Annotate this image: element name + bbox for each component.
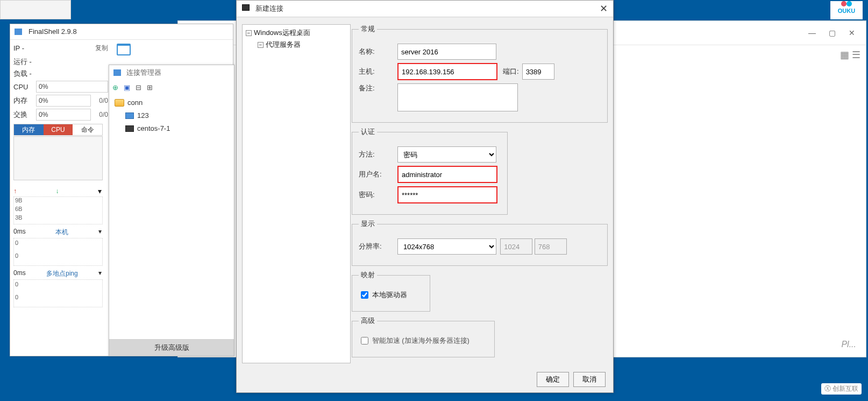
load-label: 负载 - bbox=[13, 69, 36, 79]
legend-display: 显示 bbox=[359, 219, 377, 229]
host-input[interactable] bbox=[397, 63, 497, 80]
smartboost-label: 智能加速 (加速海外服务器连接) bbox=[372, 336, 469, 346]
group-auth: 认证 方法: 密码 用户名: 密码: bbox=[352, 127, 508, 215]
collapse-icon[interactable]: ⊟ bbox=[136, 83, 141, 92]
localdrive-checkbox[interactable] bbox=[361, 291, 368, 299]
photolab-label: Pl... bbox=[841, 340, 856, 349]
close-button[interactable]: ✕ bbox=[849, 29, 855, 37]
smartboost-checkbox[interactable] bbox=[361, 337, 368, 344]
run-label: 运行 - bbox=[13, 57, 36, 67]
terminal-icon bbox=[125, 125, 134, 132]
cpu-label: CPU bbox=[13, 83, 36, 91]
collapse-icon[interactable]: − bbox=[246, 30, 252, 36]
res-width-input bbox=[500, 238, 532, 255]
res-height-input bbox=[535, 238, 567, 255]
mem-ratio: 0/0 bbox=[93, 97, 108, 104]
group-display: 显示 分辨率: 1024x768 bbox=[352, 219, 608, 266]
tree-folder[interactable]: conn bbox=[112, 96, 231, 109]
down-arrow-icon: ↓ bbox=[56, 187, 59, 195]
method-select[interactable]: 密码 bbox=[397, 146, 496, 163]
port-label: 端口: bbox=[503, 67, 519, 76]
expand-icon[interactable]: ⊞ bbox=[147, 83, 153, 92]
graph-ping2: 0 0 bbox=[13, 279, 103, 307]
dropdown-icon[interactable]: ▾ bbox=[98, 269, 102, 278]
ouku-logo: OUKU bbox=[830, 1, 863, 19]
swap-ratio: 0/0 bbox=[93, 111, 108, 118]
note-input[interactable] bbox=[397, 83, 518, 111]
name-label: 名称: bbox=[359, 47, 397, 57]
new-folder-icon[interactable]: ▣ bbox=[124, 83, 130, 92]
cpu-value: 0% bbox=[36, 81, 108, 93]
ms-label: 0ms bbox=[13, 228, 26, 237]
connection-tree: conn 123 centos-7-1 bbox=[109, 94, 234, 137]
mem-value: 0% bbox=[36, 95, 91, 107]
resolution-select[interactable]: 1024x768 bbox=[397, 238, 496, 255]
port-input[interactable] bbox=[522, 64, 554, 80]
ip-label: IP - bbox=[13, 44, 36, 52]
graph-ping1: 0 0 bbox=[13, 238, 103, 266]
graph-net: 9B 6B 3B bbox=[13, 196, 103, 224]
tab-cpu[interactable]: CPU bbox=[44, 124, 73, 135]
group-general: 常规 名称: 主机: 端口: 备注: bbox=[352, 24, 608, 123]
dialog-icon bbox=[242, 4, 250, 11]
username-input[interactable] bbox=[397, 166, 497, 183]
connmgr-toolbar: ⊕ ▣ ⊟ ⊞ bbox=[109, 80, 234, 94]
multiping-link[interactable]: 多地点ping bbox=[46, 269, 78, 278]
legend-advanced: 高级 bbox=[359, 316, 377, 326]
up-arrow-icon: ↑ bbox=[13, 187, 17, 195]
tree-item[interactable]: centos-7-1 bbox=[112, 122, 231, 135]
tree-node-child[interactable]: − 代理服务器 bbox=[245, 39, 348, 51]
username-label: 用户名: bbox=[359, 170, 397, 179]
minimize-button[interactable]: — bbox=[808, 29, 816, 37]
host-label: 主机: bbox=[359, 67, 397, 76]
password-input[interactable] bbox=[397, 186, 497, 203]
swap-label: 交换 bbox=[13, 110, 36, 119]
swap-value: 0% bbox=[36, 109, 91, 121]
dropdown-icon[interactable]: ▾ bbox=[98, 228, 102, 237]
local-link[interactable]: 本机 bbox=[55, 228, 68, 237]
mem-label: 内存 bbox=[13, 96, 36, 105]
cancel-button[interactable]: 取消 bbox=[573, 372, 606, 387]
localdrive-label: 本地驱动器 bbox=[372, 290, 407, 300]
legend-general: 常规 bbox=[359, 24, 377, 34]
dialog-title: 新建连接 bbox=[242, 1, 283, 17]
copy-button[interactable]: 复制 bbox=[95, 44, 108, 53]
note-label: 备注: bbox=[359, 83, 397, 93]
resolution-label: 分辨率: bbox=[359, 242, 397, 251]
new-connection-dialog: 新建连接 ✕ − Windows远程桌面 − 代理服务器 常规 名称: 主机: … bbox=[236, 0, 614, 393]
connmgr-title: 连接管理器 bbox=[109, 65, 234, 80]
view-toggle[interactable]: ▦ ☰ bbox=[840, 49, 860, 61]
legend-auth: 认证 bbox=[359, 127, 377, 137]
legend-mapping: 映射 bbox=[359, 270, 377, 280]
tab-cmd[interactable]: 命令 bbox=[73, 124, 102, 135]
folder-icon bbox=[115, 99, 124, 107]
connection-manager: 连接管理器 ⊕ ▣ ⊟ ⊞ conn 123 centos-7-1 升级高级版 bbox=[109, 65, 234, 356]
dialog-close-button[interactable]: ✕ bbox=[600, 1, 608, 17]
graph-main bbox=[13, 136, 103, 180]
window-controls: — ▢ ✕ bbox=[808, 29, 866, 37]
dialog-category-tree: − Windows远程桌面 − 代理服务器 bbox=[242, 24, 351, 363]
name-input[interactable] bbox=[397, 44, 496, 60]
folder-open-icon[interactable] bbox=[117, 44, 131, 55]
maximize-button[interactable]: ▢ bbox=[829, 29, 836, 37]
group-mapping: 映射 本地驱动器 bbox=[352, 270, 430, 312]
tree-item[interactable]: 123 bbox=[112, 109, 231, 122]
monitor-icon bbox=[113, 69, 121, 76]
upgrade-button[interactable]: 升级高级版 bbox=[109, 339, 234, 356]
method-label: 方法: bbox=[359, 150, 397, 159]
window-title: FinalShell 2.9.8 bbox=[10, 24, 233, 40]
ms-label2: 0ms bbox=[13, 269, 26, 278]
ok-button[interactable]: 确定 bbox=[537, 372, 569, 387]
collapse-icon[interactable]: − bbox=[258, 42, 264, 48]
tree-node-root[interactable]: − Windows远程桌面 bbox=[245, 27, 348, 39]
group-advanced: 高级 智能加速 (加速海外服务器连接) bbox=[352, 316, 495, 357]
cx-logo: Ⓧ 创新互联 bbox=[821, 383, 862, 395]
monitor-icon bbox=[125, 112, 134, 119]
stat-tabs: 内存 CPU 命令 bbox=[13, 124, 103, 136]
tab-mem[interactable]: 内存 bbox=[14, 124, 44, 135]
add-icon[interactable]: ⊕ bbox=[112, 83, 118, 92]
stats-panel: IP - 复制 运行 - 负载 - CPU 0% 内存 0% 0/0 交换 0%… bbox=[10, 39, 111, 311]
host-toolbar bbox=[0, 0, 71, 19]
password-label: 密码: bbox=[359, 190, 397, 200]
dropdown-icon[interactable]: ▾ bbox=[98, 187, 102, 195]
